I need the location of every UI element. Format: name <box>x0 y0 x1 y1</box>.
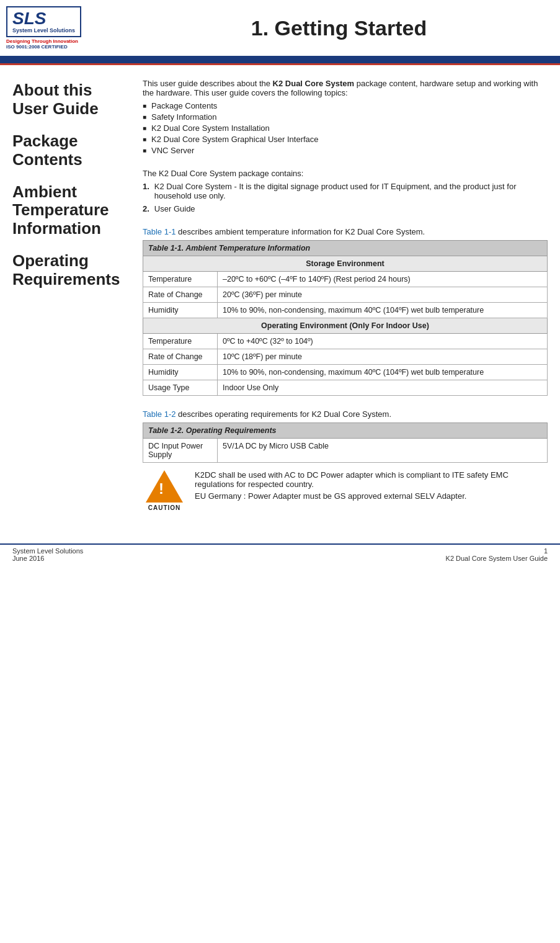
list-item: K2 Dual Core System Graphical User Inter… <box>143 135 548 144</box>
table-title: Table 1-1. Ambient Temperature Informati… <box>143 241 548 256</box>
ambient-section: Table 1-1 describes ambient temperature … <box>143 227 548 396</box>
table-row: Rate of Change 20ºC (36ºF) per minute <box>143 287 548 303</box>
caution-line-2: EU Germany : Power Adapter must be GS ap… <box>195 491 548 501</box>
table-row: Usage Type Indoor Use Only <box>143 380 548 396</box>
blue-bar <box>0 58 560 63</box>
table-row: Temperature –20ºC to +60ºC (–4ºF to 140º… <box>143 272 548 287</box>
table-title-row: Table 1-1. Ambient Temperature Informati… <box>143 241 548 256</box>
about-section: This user guide describes about the K2 D… <box>143 79 548 155</box>
footer-date: June 2016 <box>12 555 83 562</box>
logo-certification: ISO 9001:2008 CERTIFIED <box>6 44 118 50</box>
footer-page-number: 1 <box>446 547 548 555</box>
left-column: About this User Guide Package Contents A… <box>12 76 143 525</box>
table-row: Rate of Change 10ºC (18ºF) per minute <box>143 349 548 365</box>
caution-line-1: K2DC shall be used with AC to DC Power a… <box>195 470 548 489</box>
list-item: Safety Information <box>143 112 548 122</box>
table-title: Table 1-2. Operating Requirements <box>143 423 548 439</box>
logo-tagline: System Level Solutions <box>12 27 75 34</box>
about-intro: This user guide describes about the K2 D… <box>143 79 548 97</box>
list-item: Package Contents <box>143 101 548 110</box>
table-1-2-link[interactable]: Table 1-2 <box>143 409 176 419</box>
list-item: VNC Server <box>143 146 548 155</box>
page-header: SLS System Level Solutions Designing Thr… <box>0 0 560 58</box>
table-title-row: Table 1-2. Operating Requirements <box>143 423 548 439</box>
package-intro: The K2 Dual Core System package contains… <box>143 169 548 178</box>
logo-sls: SLS <box>12 10 75 27</box>
red-bar <box>0 63 560 65</box>
table-row: Humidity 10% to 90%, non-condensing, max… <box>143 303 548 318</box>
caution-block: CAUTION K2DC shall be used with AC to DC… <box>143 470 548 511</box>
operating-header-row: Operating Environment (Only For Indoor U… <box>143 318 548 334</box>
table-row: Humidity 10% to 90%, non-condensing, max… <box>143 365 548 380</box>
logo-area: SLS System Level Solutions Designing Thr… <box>6 6 118 50</box>
package-section: The K2 Dual Core System package contains… <box>143 169 548 213</box>
about-bullet-list: Package Contents Safety Information K2 D… <box>143 101 548 155</box>
package-list: 1. K2 Dual Core System - It is the digit… <box>143 182 548 213</box>
caution-label: CAUTION <box>148 504 181 511</box>
operating-table: Table 1-2. Operating Requirements DC Inp… <box>143 422 548 463</box>
list-item: 2. User Guide <box>143 204 548 213</box>
table-row: Temperature 0ºC to +40ºC (32º to 104º) <box>143 334 548 349</box>
footer-company: System Level Solutions <box>12 547 83 555</box>
page-footer: System Level Solutions June 2016 1 K2 Du… <box>0 543 560 565</box>
ambient-table: Table 1-1. Ambient Temperature Informati… <box>143 240 548 396</box>
caution-triangle-icon <box>146 470 183 503</box>
ambient-heading: Ambient Temperature Information <box>12 183 130 239</box>
operating-intro: Table 1-2 describes operating requiremen… <box>143 409 548 419</box>
logo-subtitle: Designing Through Innovation <box>6 38 118 44</box>
footer-left: System Level Solutions June 2016 <box>12 547 83 562</box>
main-content: About this User Guide Package Contents A… <box>0 76 560 525</box>
storage-header-row: Storage Environment <box>143 256 548 272</box>
table-1-1-link[interactable]: Table 1-1 <box>143 227 176 236</box>
logo-box: SLS System Level Solutions <box>6 6 81 37</box>
footer-right: 1 K2 Dual Core System User Guide <box>446 547 548 562</box>
ambient-intro: Table 1-1 describes ambient temperature … <box>143 227 548 236</box>
list-item: 1. K2 Dual Core System - It is the digit… <box>143 182 548 200</box>
table-row: DC Input Power Supply 5V/1A DC by Micro … <box>143 439 548 463</box>
package-heading: Package Contents <box>12 132 130 169</box>
about-heading: About this User Guide <box>12 81 130 118</box>
operating-header: Operating Environment (Only For Indoor U… <box>143 318 548 334</box>
operating-heading: Operating Requirements <box>12 252 130 289</box>
caution-text: K2DC shall be used with AC to DC Power a… <box>195 470 548 503</box>
right-column: This user guide describes about the K2 D… <box>143 76 548 525</box>
page-title: 1. Getting Started <box>118 16 548 40</box>
list-item: K2 Dual Core System Installation <box>143 123 548 133</box>
footer-doc-title: K2 Dual Core System User Guide <box>446 555 548 562</box>
caution-icon-area: CAUTION <box>143 470 186 511</box>
storage-header: Storage Environment <box>143 256 548 272</box>
operating-section: Table 1-2 describes operating requiremen… <box>143 409 548 511</box>
